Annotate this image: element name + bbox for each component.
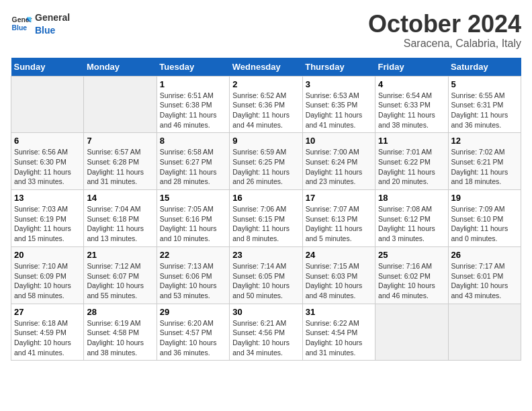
day-number: 5 (451, 79, 518, 89)
calendar-cell: 17Sunrise: 7:07 AM Sunset: 6:13 PM Dayli… (302, 190, 375, 247)
calendar-cell (448, 304, 521, 361)
day-info: Sunrise: 7:17 AM Sunset: 6:01 PM Dayligh… (451, 261, 518, 301)
calendar-cell: 25Sunrise: 7:16 AM Sunset: 6:02 PM Dayli… (375, 246, 448, 304)
day-number: 4 (378, 79, 445, 89)
page-header: General Blue General Blue October 2024 S… (11, 11, 521, 50)
day-number: 3 (306, 79, 372, 89)
calendar-cell: 26Sunrise: 7:17 AM Sunset: 6:01 PM Dayli… (448, 246, 521, 304)
day-number: 30 (232, 307, 299, 317)
day-number: 2 (232, 79, 299, 89)
logo-icon: General Blue (11, 13, 32, 34)
day-header-friday: Friday (375, 58, 448, 77)
day-number: 6 (14, 136, 81, 146)
logo-blue-text: Blue (35, 25, 55, 36)
week-row-3: 13Sunrise: 7:03 AM Sunset: 6:19 PM Dayli… (11, 190, 521, 247)
day-info: Sunrise: 7:13 AM Sunset: 6:06 PM Dayligh… (160, 261, 226, 301)
calendar-cell: 11Sunrise: 7:01 AM Sunset: 6:22 PM Dayli… (375, 133, 448, 190)
day-number: 7 (87, 136, 153, 146)
day-info: Sunrise: 7:01 AM Sunset: 6:22 PM Dayligh… (378, 147, 445, 187)
location: Saracena, Calabria, Italy (368, 38, 521, 50)
calendar-cell: 5Sunrise: 6:55 AM Sunset: 6:31 PM Daylig… (448, 76, 521, 133)
day-header-tuesday: Tuesday (157, 58, 229, 77)
day-number: 25 (378, 250, 445, 260)
day-header-wednesday: Wednesday (230, 58, 302, 77)
calendar-cell: 12Sunrise: 7:02 AM Sunset: 6:21 PM Dayli… (448, 133, 521, 190)
calendar-cell: 10Sunrise: 7:00 AM Sunset: 6:24 PM Dayli… (302, 133, 375, 190)
calendar-cell: 16Sunrise: 7:06 AM Sunset: 6:15 PM Dayli… (230, 190, 302, 247)
calendar-cell: 2Sunrise: 6:52 AM Sunset: 6:36 PM Daylig… (230, 76, 302, 133)
calendar-cell: 19Sunrise: 7:09 AM Sunset: 6:10 PM Dayli… (448, 190, 521, 247)
day-header-sunday: Sunday (11, 58, 84, 77)
day-info: Sunrise: 7:03 AM Sunset: 6:19 PM Dayligh… (14, 204, 81, 244)
day-number: 31 (306, 307, 372, 317)
day-number: 21 (87, 250, 153, 260)
logo: General Blue General Blue (11, 11, 70, 36)
day-number: 28 (87, 307, 153, 317)
calendar-cell: 29Sunrise: 6:20 AM Sunset: 4:57 PM Dayli… (157, 304, 229, 361)
calendar-cell: 1Sunrise: 6:51 AM Sunset: 6:38 PM Daylig… (157, 76, 229, 133)
title-section: October 2024 Saracena, Calabria, Italy (368, 11, 521, 50)
week-row-5: 27Sunrise: 6:18 AM Sunset: 4:59 PM Dayli… (11, 304, 521, 361)
day-number: 26 (451, 250, 518, 260)
day-info: Sunrise: 7:04 AM Sunset: 6:18 PM Dayligh… (87, 204, 153, 244)
day-info: Sunrise: 7:15 AM Sunset: 6:03 PM Dayligh… (306, 261, 372, 301)
day-number: 12 (451, 136, 518, 146)
calendar-cell: 31Sunrise: 6:22 AM Sunset: 4:54 PM Dayli… (302, 304, 375, 361)
day-number: 20 (14, 250, 81, 260)
calendar-cell: 7Sunrise: 6:57 AM Sunset: 6:28 PM Daylig… (84, 133, 157, 190)
week-row-1: 1Sunrise: 6:51 AM Sunset: 6:38 PM Daylig… (11, 76, 521, 133)
calendar-cell: 30Sunrise: 6:21 AM Sunset: 4:56 PM Dayli… (230, 304, 302, 361)
calendar-cell: 14Sunrise: 7:04 AM Sunset: 6:18 PM Dayli… (84, 190, 157, 247)
day-number: 29 (160, 307, 226, 317)
day-info: Sunrise: 6:54 AM Sunset: 6:33 PM Dayligh… (378, 91, 445, 130)
day-number: 11 (378, 136, 445, 146)
day-number: 9 (232, 136, 299, 146)
day-info: Sunrise: 6:52 AM Sunset: 6:36 PM Dayligh… (232, 91, 299, 130)
calendar-cell: 15Sunrise: 7:05 AM Sunset: 6:16 PM Dayli… (157, 190, 229, 247)
day-number: 16 (232, 193, 299, 203)
days-header-row: SundayMondayTuesdayWednesdayThursdayFrid… (11, 58, 521, 77)
day-info: Sunrise: 6:57 AM Sunset: 6:28 PM Dayligh… (87, 147, 153, 187)
day-info: Sunrise: 6:56 AM Sunset: 6:30 PM Dayligh… (14, 147, 81, 187)
day-number: 8 (160, 136, 226, 146)
calendar-cell: 20Sunrise: 7:10 AM Sunset: 6:09 PM Dayli… (11, 246, 84, 304)
calendar-cell: 6Sunrise: 6:56 AM Sunset: 6:30 PM Daylig… (11, 133, 84, 190)
day-number: 10 (306, 136, 372, 146)
day-number: 19 (451, 193, 518, 203)
day-header-saturday: Saturday (448, 58, 521, 77)
day-info: Sunrise: 6:51 AM Sunset: 6:38 PM Dayligh… (160, 91, 226, 130)
day-number: 14 (87, 193, 153, 203)
day-number: 22 (160, 250, 226, 260)
day-info: Sunrise: 7:07 AM Sunset: 6:13 PM Dayligh… (306, 204, 372, 244)
day-info: Sunrise: 7:12 AM Sunset: 6:07 PM Dayligh… (87, 261, 153, 301)
day-info: Sunrise: 7:08 AM Sunset: 6:12 PM Dayligh… (378, 204, 445, 244)
day-info: Sunrise: 7:05 AM Sunset: 6:16 PM Dayligh… (160, 204, 226, 244)
calendar-cell (11, 76, 84, 133)
calendar-cell: 24Sunrise: 7:15 AM Sunset: 6:03 PM Dayli… (302, 246, 375, 304)
day-number: 1 (160, 79, 226, 89)
day-info: Sunrise: 6:58 AM Sunset: 6:27 PM Dayligh… (160, 147, 226, 187)
day-header-thursday: Thursday (302, 58, 375, 77)
day-info: Sunrise: 7:09 AM Sunset: 6:10 PM Dayligh… (451, 204, 518, 244)
week-row-4: 20Sunrise: 7:10 AM Sunset: 6:09 PM Dayli… (11, 246, 521, 304)
week-row-2: 6Sunrise: 6:56 AM Sunset: 6:30 PM Daylig… (11, 133, 521, 190)
day-info: Sunrise: 7:00 AM Sunset: 6:24 PM Dayligh… (306, 147, 372, 187)
calendar-cell: 23Sunrise: 7:14 AM Sunset: 6:05 PM Dayli… (230, 246, 302, 304)
calendar-cell (375, 304, 448, 361)
calendar-cell: 3Sunrise: 6:53 AM Sunset: 6:35 PM Daylig… (302, 76, 375, 133)
day-number: 24 (306, 250, 372, 260)
calendar-cell: 8Sunrise: 6:58 AM Sunset: 6:27 PM Daylig… (157, 133, 229, 190)
calendar-cell: 28Sunrise: 6:19 AM Sunset: 4:58 PM Dayli… (84, 304, 157, 361)
day-number: 15 (160, 193, 226, 203)
day-info: Sunrise: 6:53 AM Sunset: 6:35 PM Dayligh… (306, 91, 372, 130)
calendar-table: SundayMondayTuesdayWednesdayThursdayFrid… (11, 58, 521, 361)
calendar-cell: 27Sunrise: 6:18 AM Sunset: 4:59 PM Dayli… (11, 304, 84, 361)
day-info: Sunrise: 7:16 AM Sunset: 6:02 PM Dayligh… (378, 261, 445, 301)
logo-general-text: General (35, 12, 70, 23)
day-info: Sunrise: 7:02 AM Sunset: 6:21 PM Dayligh… (451, 147, 518, 187)
calendar-cell: 13Sunrise: 7:03 AM Sunset: 6:19 PM Dayli… (11, 190, 84, 247)
calendar-cell: 18Sunrise: 7:08 AM Sunset: 6:12 PM Dayli… (375, 190, 448, 247)
day-number: 27 (14, 307, 81, 317)
day-info: Sunrise: 6:59 AM Sunset: 6:25 PM Dayligh… (232, 147, 299, 187)
calendar-cell: 22Sunrise: 7:13 AM Sunset: 6:06 PM Dayli… (157, 246, 229, 304)
